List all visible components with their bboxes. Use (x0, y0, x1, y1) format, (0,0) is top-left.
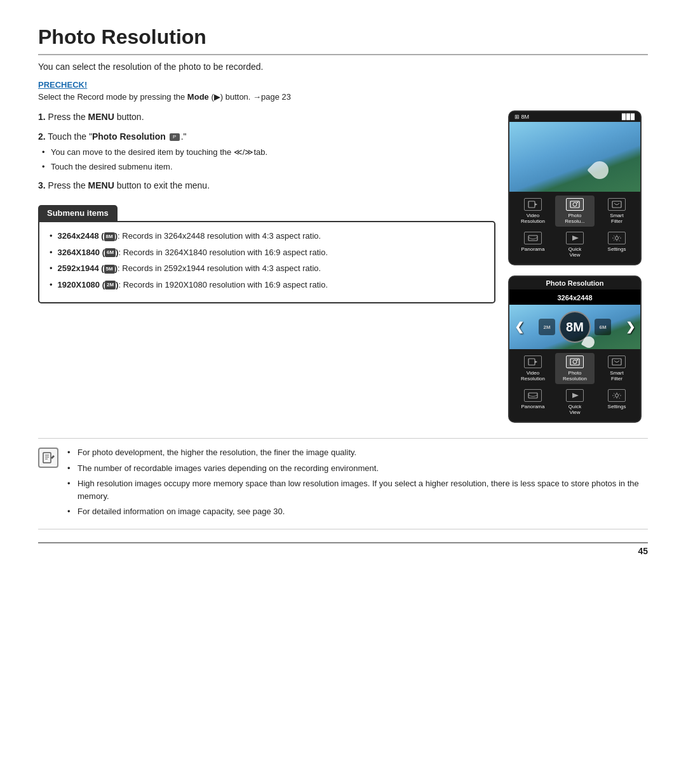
svg-rect-0 (528, 201, 535, 208)
resolution-badge-1: ⊞ 8M (514, 114, 529, 120)
settings-icon-1 (608, 232, 626, 244)
badge-2m: 2M (105, 281, 116, 289)
panorama-icon-2 (524, 389, 542, 402)
notes-section: For photo development, the higher the re… (38, 438, 648, 529)
carousel-item-2m: 2M (539, 319, 555, 335)
precheck-section: PRECHECK! Select the Record mode by pres… (38, 79, 648, 102)
steps: 1. Press the MENU button. 2. Touch the "… (38, 110, 495, 192)
menu-settings-2: Settings (597, 387, 636, 418)
right-column: ⊞ 8M ▉▉▉ Video Resolution Pho (508, 110, 648, 423)
step2-bullets: You can move to the desired item by touc… (38, 146, 495, 173)
svg-marker-10 (535, 361, 537, 363)
precheck-desc: Select the Record mode by pressing the M… (38, 92, 648, 102)
panorama-icon-1 (524, 232, 542, 244)
finger-touch-2 (581, 335, 597, 350)
page-number: 45 (638, 546, 648, 556)
badge-5m: 5M (104, 265, 115, 274)
svg-point-12 (573, 360, 577, 364)
mode-bold: Mode (187, 92, 209, 102)
menu-settings-1: Settings (597, 229, 636, 260)
svg-point-13 (577, 359, 578, 361)
camera-screen-1: ⊞ 8M ▉▉▉ Video Resolution Pho (508, 110, 642, 265)
step2-bullet-1: You can move to the desired item by touc… (51, 146, 495, 159)
submenu-item-1: 3264x2448 (8M): Records in 3264x2448 res… (50, 230, 484, 243)
step-3: 3. Press the MENU button to exit the men… (38, 179, 495, 192)
page-title: Photo Resolution (38, 25, 648, 55)
settings-icon-2 (608, 389, 626, 402)
photo-res-icon-menu-2 (566, 355, 584, 368)
step-1: 1. Press the MENU button. (38, 110, 495, 124)
step-2: 2. Touch the "Photo Resolution P." You c… (38, 130, 495, 173)
menu-panorama-2: Panorama (513, 387, 553, 418)
svg-point-8 (615, 237, 619, 240)
badge-8m: 8M (104, 232, 115, 241)
step3-bold: MENU (88, 180, 114, 190)
svg-marker-1 (535, 203, 537, 206)
main-content: 1. Press the MENU button. 2. Touch the "… (38, 110, 648, 423)
svg-marker-7 (572, 236, 579, 241)
camera-top-bar-2: Photo Resolution (509, 277, 640, 289)
menu-quick-view-1: Quick View (555, 229, 595, 260)
carousel-item-6m: 6M (595, 319, 611, 335)
submenu-title: Submenu items (38, 205, 118, 221)
smart-filter-icon-2 (608, 355, 626, 368)
svg-point-17 (615, 394, 619, 397)
submenu-item-2: 3264X1840 (6M): Records in 3264X1840 res… (50, 246, 484, 259)
notes-list: For photo development, the higher the re… (67, 446, 648, 521)
carousel-right-arrow[interactable]: ❯ (626, 320, 635, 334)
note-4: For detailed information on image capaci… (67, 505, 648, 518)
badge-6m: 6M (105, 248, 116, 257)
menu-quick-view-2: Quick View (555, 387, 595, 418)
submenu-item-4: 1920X1080 (2M): Records in 1920X1080 res… (50, 279, 484, 291)
video-res-icon-1 (524, 198, 542, 211)
page-number-container: 45 (38, 542, 648, 556)
quick-view-icon-1 (566, 232, 584, 244)
svg-point-4 (577, 202, 578, 203)
intro-text: You can select the resolution of the pho… (38, 62, 648, 72)
submenu-section: Submenu items 3264x2448 (8M): Records in… (38, 205, 495, 303)
camera-menu-grid-1: Video Resolution Photo Resolu... Smart F… (509, 192, 640, 264)
svg-rect-18 (43, 453, 51, 463)
menu-panorama-1: Panorama (513, 229, 553, 260)
step1-bold: MENU (88, 112, 114, 122)
svg-rect-9 (528, 359, 535, 365)
submenu-content: 3264x2448 (8M): Records in 3264x2448 res… (38, 221, 495, 303)
resolution-carousel: ❮ 2M 8M 6M ❯ (509, 305, 640, 349)
finger-touch-1 (587, 157, 612, 183)
photo-res-icon-inline: P (170, 133, 180, 141)
svg-marker-16 (572, 393, 579, 398)
carousel-left-arrow[interactable]: ❮ (514, 320, 524, 334)
menu-smart-filter-2: Smart Filter (597, 353, 636, 384)
left-column: 1. Press the MENU button. 2. Touch the "… (38, 110, 495, 423)
menu-photo-res-1: Photo Resolu... (555, 196, 595, 227)
mode-icon: ▶ (214, 92, 220, 102)
carousel-center: 2M 8M 6M (524, 311, 626, 343)
resolution-value: 3264x2448 (557, 294, 592, 302)
camera-screen-2: Photo Resolution 3264x2448 ❮ 2M 8M 6M (508, 276, 642, 423)
note-1: For photo development, the higher the re… (67, 446, 648, 459)
menu-photo-res-2: Photo Resolution (555, 353, 595, 384)
camera-top-bar-1: ⊞ 8M ▉▉▉ (509, 112, 640, 122)
menu-video-res-2: Video Resolution (513, 353, 553, 384)
submenu-item-3: 2592x1944 (5M): Records in 2592x1944 res… (50, 262, 484, 275)
note-2: The number of recordable images varies d… (67, 462, 648, 475)
precheck-link[interactable]: PRECHECK! (38, 80, 87, 90)
camera2-title: Photo Resolution (546, 279, 603, 287)
svg-point-3 (573, 203, 577, 206)
photo-res-icon-menu-1 (566, 198, 584, 211)
note-icon (38, 448, 58, 468)
camera-image-1 (509, 122, 640, 192)
step2-bullet-2: Touch the desired submenu item. (51, 161, 495, 173)
carousel-item-8m: 8M (559, 311, 591, 343)
note-3: High resolution images occupy more memor… (67, 477, 648, 502)
resolution-selector: 3264x2448 (509, 289, 640, 305)
menu-smart-filter-1: Smart Filter (597, 196, 636, 227)
camera-menu-grid-2: Video Resolution Photo Resolution Smart … (509, 349, 640, 422)
menu-video-res-1: Video Resolution (513, 196, 553, 227)
video-res-icon-2 (524, 355, 542, 368)
battery-icon-1: ▉▉▉ (622, 114, 635, 120)
smart-filter-icon-1 (608, 198, 626, 211)
step2-bold: Photo Resolution (92, 131, 166, 142)
quick-view-icon-2 (566, 389, 584, 402)
